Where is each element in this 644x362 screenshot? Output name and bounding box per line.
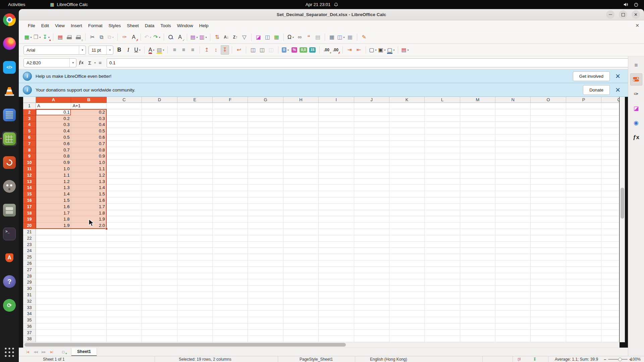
cell-Q13[interactable] xyxy=(601,179,619,185)
cell-Q25[interactable] xyxy=(601,254,619,260)
cell-J7[interactable] xyxy=(354,141,389,147)
cell-J23[interactable] xyxy=(354,242,389,248)
row-header-21[interactable]: 21 xyxy=(23,229,36,235)
cell-O1[interactable] xyxy=(531,103,566,109)
cell-I7[interactable] xyxy=(319,141,354,147)
cell-E1[interactable] xyxy=(177,103,213,109)
cell-E16[interactable] xyxy=(177,197,213,204)
cell-K21[interactable] xyxy=(389,229,425,235)
menu-insert[interactable]: Insert xyxy=(68,22,85,29)
cell-H27[interactable] xyxy=(283,267,319,273)
cell-A20[interactable]: 1.9 xyxy=(36,223,71,229)
cell-E13[interactable] xyxy=(177,179,213,185)
cell-Q20[interactable] xyxy=(601,223,619,229)
cell-B22[interactable] xyxy=(71,235,106,242)
cell-M27[interactable] xyxy=(460,267,495,273)
cell-E9[interactable] xyxy=(177,153,213,160)
cell-B35[interactable] xyxy=(71,317,106,323)
cell-E26[interactable] xyxy=(177,260,213,267)
cell-O22[interactable] xyxy=(531,235,566,242)
cell-J16[interactable] xyxy=(354,197,389,204)
cell-J37[interactable] xyxy=(354,330,389,336)
cell-D27[interactable] xyxy=(142,267,177,273)
format-date-icon[interactable]: 15 xyxy=(308,45,317,55)
app-grid-icon[interactable] xyxy=(4,347,14,357)
row-header-1[interactable]: 1 xyxy=(23,103,36,109)
row-header-29[interactable]: 29 xyxy=(23,279,36,286)
cell-F16[interactable] xyxy=(213,197,248,204)
cell-B1[interactable]: A+1 xyxy=(71,103,106,109)
cell-G9[interactable] xyxy=(248,153,283,160)
activities-button[interactable]: Activities xyxy=(5,1,28,8)
cell-K30[interactable] xyxy=(389,286,425,292)
chevron-down-icon[interactable]: ▾ xyxy=(94,61,96,64)
next-sheet-icon[interactable]: ▶▶ xyxy=(40,349,47,355)
cell-P25[interactable] xyxy=(566,254,601,260)
cell-Q19[interactable] xyxy=(601,216,619,223)
cell-E37[interactable] xyxy=(177,330,213,336)
cell-Q18[interactable] xyxy=(601,210,619,217)
insert-mode-icon[interactable]: ▯I xyxy=(518,357,521,361)
cell-K37[interactable] xyxy=(389,330,425,336)
cell-P6[interactable] xyxy=(566,134,601,141)
dock-updater[interactable] xyxy=(2,298,17,313)
cell-H18[interactable] xyxy=(283,210,319,217)
cell-C29[interactable] xyxy=(107,279,142,286)
horizontal-scrollbar[interactable] xyxy=(23,342,620,348)
column-header-H[interactable]: H xyxy=(283,97,319,103)
cell-O7[interactable] xyxy=(531,141,566,147)
cell-D7[interactable] xyxy=(142,141,177,147)
cell-K10[interactable] xyxy=(389,160,425,166)
sheet-number-status[interactable]: Sheet 1 of 1 xyxy=(43,357,65,362)
cell-G36[interactable] xyxy=(248,323,283,330)
copy-icon[interactable]: ⧉ xyxy=(97,33,106,42)
cell-I10[interactable] xyxy=(319,160,354,166)
cell-I29[interactable] xyxy=(319,279,354,286)
cell-I17[interactable] xyxy=(319,204,354,210)
cell-I26[interactable] xyxy=(319,260,354,267)
column-header-G[interactable]: G xyxy=(248,97,283,103)
cell-I14[interactable] xyxy=(319,185,354,191)
cell-H38[interactable] xyxy=(283,336,319,342)
cell-F8[interactable] xyxy=(213,147,248,154)
cell-F25[interactable] xyxy=(213,254,248,260)
cell-L7[interactable] xyxy=(425,141,460,147)
vertical-scrollbar-thumb[interactable] xyxy=(621,188,624,219)
wrap-text-icon[interactable]: ↩ xyxy=(235,45,243,55)
page-style-status[interactable]: PageStyle_Sheet1 xyxy=(300,357,333,362)
row-header-19[interactable]: 19 xyxy=(23,216,36,223)
align-top-icon[interactable]: ↥ xyxy=(203,45,211,55)
cell-P5[interactable] xyxy=(566,128,601,134)
cell-Q33[interactable] xyxy=(601,305,619,311)
cell-K6[interactable] xyxy=(389,134,425,141)
cell-M17[interactable] xyxy=(460,204,495,210)
cell-J1[interactable] xyxy=(354,103,389,109)
cell-A15[interactable]: 1.4 xyxy=(36,191,71,197)
split-window-icon[interactable]: ▦ xyxy=(346,33,354,42)
row-header-17[interactable]: 17 xyxy=(23,204,36,210)
cell-A9[interactable]: 0.8 xyxy=(36,153,71,160)
font-name-combo[interactable]: Arial ▾ xyxy=(23,46,86,55)
selection-statistics[interactable]: Average: 1.1; Sum: 39.9 xyxy=(555,357,598,362)
cell-K8[interactable] xyxy=(389,147,425,154)
cell-Q12[interactable] xyxy=(601,172,619,179)
row-header-6[interactable]: 6 xyxy=(23,134,36,141)
cell-C32[interactable] xyxy=(107,298,142,305)
cell-D32[interactable] xyxy=(142,298,177,305)
insert-pivot-table-icon[interactable]: ▦ xyxy=(272,33,281,42)
cell-N29[interactable] xyxy=(495,279,531,286)
row-header-25[interactable]: 25 xyxy=(23,254,36,260)
cell-M10[interactable] xyxy=(460,160,495,166)
cell-K16[interactable] xyxy=(389,197,425,204)
cell-E25[interactable] xyxy=(177,254,213,260)
cell-B4[interactable]: 0.4 xyxy=(71,122,106,128)
properties-deck-icon[interactable] xyxy=(630,73,642,85)
cell-G31[interactable] xyxy=(248,292,283,298)
cell-P10[interactable] xyxy=(566,160,601,166)
cell-M2[interactable] xyxy=(460,109,495,116)
clone-formatting-icon[interactable]: ✑ xyxy=(120,33,129,42)
cell-A26[interactable] xyxy=(36,260,71,267)
cell-M36[interactable] xyxy=(460,323,495,330)
column-header-F[interactable]: F xyxy=(213,97,248,103)
cell-G1[interactable] xyxy=(248,103,283,109)
